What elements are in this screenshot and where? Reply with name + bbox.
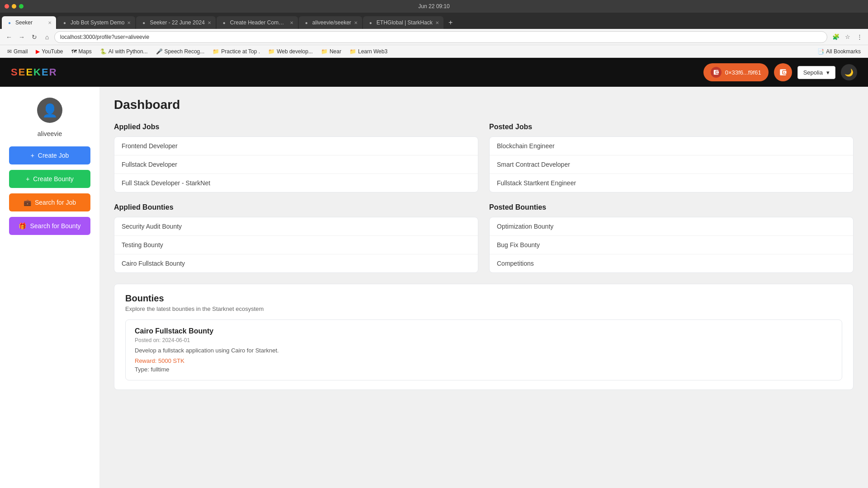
bounty-card[interactable]: Cairo Fullstack Bounty Posted on: 2024-0… (125, 319, 842, 380)
maximize-dot[interactable] (19, 4, 24, 9)
search-bounty-button[interactable]: 🎁 Search for Bounty (9, 217, 90, 235)
create-bounty-button[interactable]: + Create Bounty (9, 170, 90, 188)
list-item[interactable]: Testing Bounty (114, 236, 478, 254)
bookmark-ai-python[interactable]: 🐍 AI with Python... (96, 47, 151, 56)
logo-letter-s: S (11, 66, 19, 78)
bookmark-gmail[interactable]: ✉ Gmail (4, 47, 31, 56)
tab-seeker22[interactable]: ● Seeker - 22 June 2024 ✕ (136, 16, 215, 29)
tab-aliveevie[interactable]: ● aliveevie/seeker ✕ (299, 16, 362, 29)
network-selector[interactable]: Sepolia ▾ (797, 66, 835, 79)
folder-icon: 📁 (349, 48, 356, 55)
page-title: Dashboard (114, 98, 854, 112)
bookmark-youtube[interactable]: ▶ YouTube (32, 47, 66, 56)
tab-close-icon[interactable]: ✕ (290, 20, 293, 25)
minimize-dot[interactable] (12, 4, 16, 9)
maps-icon: 🗺 (71, 48, 77, 55)
wallet-extra-button[interactable] (774, 63, 792, 81)
bounty-date: Posted on: 2024-06-01 (135, 337, 833, 343)
reload-button[interactable]: ↻ (29, 32, 40, 42)
list-item[interactable]: Fullstack Startkent Engineer (490, 174, 853, 192)
list-item[interactable]: Fullstack Developer (114, 155, 478, 174)
search-bounty-label: Search for Bounty (30, 222, 80, 230)
list-item[interactable]: Security Audit Bounty (114, 217, 478, 236)
list-item[interactable]: Bug Fix Bounty (490, 236, 853, 254)
list-item[interactable]: Optimization Bounty (490, 217, 853, 236)
list-item[interactable]: Frontend Developer (114, 137, 478, 155)
bookmark-all[interactable]: 📑 All Bookmarks (814, 47, 864, 56)
wallet-address: 0×33f6...f9f61 (725, 69, 761, 76)
logo-letter-e2: E (26, 66, 33, 78)
nav-bar: ← → ↻ ⌂ localhost:3000/profile?user=aliv… (0, 29, 868, 45)
folder-icon: 📁 (212, 48, 219, 55)
address-bar[interactable]: localhost:3000/profile?user=aliveevie (54, 31, 827, 43)
network-label: Sepolia (803, 69, 823, 76)
folder-icon: 📁 (268, 48, 275, 55)
new-tab-button[interactable]: + (444, 16, 457, 29)
tab-favicon: ● (221, 19, 227, 26)
tab-label: Seeker (15, 19, 45, 26)
bookmark-near[interactable]: 📁 Near (317, 47, 345, 56)
tab-jobbot[interactable]: ● Job Bot System Demo ✕ (57, 16, 135, 29)
app-header: SEEKER 0×33f6...f9f61 Sepolia ▾ 🌙 (0, 58, 868, 87)
tab-ethglobal[interactable]: ● ETHGlobal | StarkHack ✕ (363, 16, 443, 29)
tab-favicon: ● (368, 19, 374, 26)
dashboard-grid: Applied Jobs Frontend Developer Fullstac… (114, 123, 854, 273)
tab-close-icon[interactable]: ✕ (48, 20, 52, 25)
title-bar: Jun 22 09:10 (0, 0, 868, 13)
window-title: Jun 22 09:10 (418, 3, 449, 9)
bookmark-maps[interactable]: 🗺 Maps (68, 47, 95, 56)
bookmark-speech-recog[interactable]: 🎤 Speech Recog... (152, 47, 208, 56)
search-job-button[interactable]: 💼 Search for Job (9, 193, 90, 211)
create-job-button[interactable]: + Create Job (9, 146, 90, 164)
tab-favicon: ● (6, 19, 13, 26)
posted-jobs-section: Posted Jobs Blockchain Engineer Smart Co… (489, 123, 854, 192)
logo-letter-e3: E (42, 66, 49, 78)
tab-createheader[interactable]: ● Create Header Compon... ✕ (217, 16, 298, 29)
list-item[interactable]: Smart Contract Developer (490, 155, 853, 174)
list-item[interactable]: Competitions (490, 254, 853, 272)
home-button[interactable]: ⌂ (42, 32, 52, 42)
bookmark-practice[interactable]: 📁 Practice at Top . (209, 47, 264, 56)
logo-letter-r: R (49, 66, 57, 78)
extensions-icon[interactable]: 🧩 (831, 32, 841, 42)
posted-bounties-heading: Posted Bounties (489, 203, 854, 211)
tab-close-icon[interactable]: ✕ (208, 20, 211, 25)
plus-icon: + (31, 152, 34, 159)
logo: SEEKER (11, 66, 57, 78)
list-item[interactable]: Cairo Fullstack Bounty (114, 254, 478, 272)
bounties-subtitle: Explore the latest bounties in the Stark… (125, 305, 842, 312)
username: aliveevie (38, 130, 62, 137)
bounty-name: Cairo Fullstack Bounty (135, 327, 833, 335)
forward-button[interactable]: → (16, 32, 27, 42)
posted-bounties-section: Posted Bounties Optimization Bounty Bug … (489, 203, 854, 273)
tab-label: Create Header Compon... (230, 19, 287, 26)
bookmark-web-develop[interactable]: 📁 Web develop... (264, 47, 316, 56)
gift-icon: 🎁 (19, 222, 26, 230)
applied-jobs-heading: Applied Jobs (114, 123, 478, 131)
bookmark-learn-web3[interactable]: 📁 Learn Web3 (346, 47, 391, 56)
bookmarks-bar: ✉ Gmail ▶ YouTube 🗺 Maps 🐍 AI with Pytho… (0, 45, 868, 58)
tab-close-icon[interactable]: ✕ (127, 20, 131, 25)
search-job-label: Search for Job (35, 199, 76, 206)
close-dot[interactable] (5, 4, 9, 9)
posted-jobs-heading: Posted Jobs (489, 123, 854, 131)
bookmarks-icon: 📑 (817, 48, 824, 55)
applied-bounties-section: Applied Bounties Security Audit Bounty T… (114, 203, 478, 273)
tab-seeker[interactable]: ● Seeker ✕ (2, 16, 56, 29)
back-button[interactable]: ← (4, 32, 14, 42)
tab-favicon: ● (303, 19, 310, 26)
settings-icon[interactable]: ⋮ (854, 32, 864, 42)
list-item[interactable]: Full Stack Developer - StarkNet (114, 174, 478, 192)
wallet-button[interactable]: 0×33f6...f9f61 (703, 63, 769, 81)
bookmark-star-icon[interactable]: ☆ (843, 32, 853, 42)
tab-close-icon[interactable]: ✕ (354, 20, 358, 25)
bounty-reward: Reward: 5000 STK (135, 357, 833, 364)
avatar: 👤 (37, 98, 62, 123)
tab-close-icon[interactable]: ✕ (435, 20, 439, 25)
briefcase-icon: 💼 (24, 199, 31, 206)
gmail-icon: ✉ (7, 48, 12, 55)
posted-bounties-card: Optimization Bounty Bug Fix Bounty Compe… (489, 217, 854, 273)
applied-jobs-section: Applied Jobs Frontend Developer Fullstac… (114, 123, 478, 192)
list-item[interactable]: Blockchain Engineer (490, 137, 853, 155)
dark-mode-toggle[interactable]: 🌙 (841, 64, 857, 80)
